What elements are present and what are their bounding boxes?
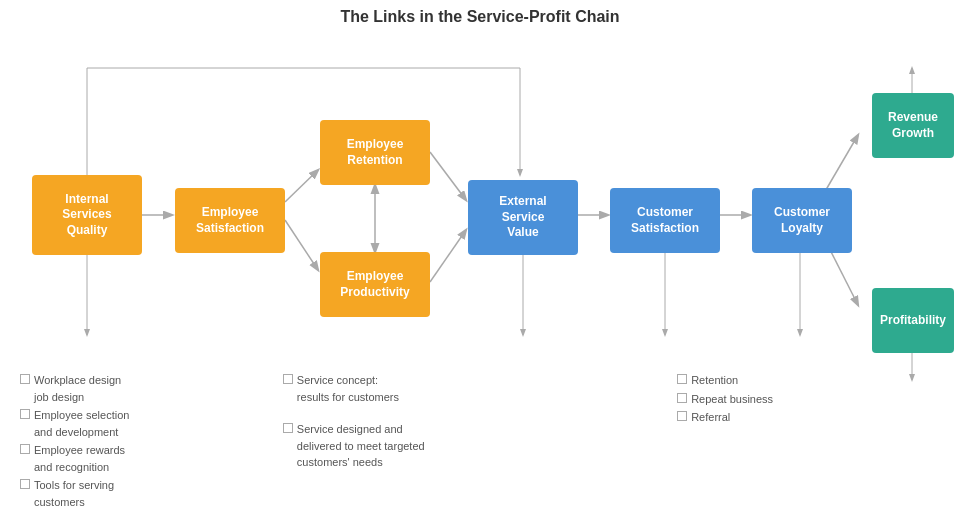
checkbox-6 [283,423,293,433]
svg-line-5 [430,230,466,282]
legend-area: Workplace designjob design Employee sele… [0,364,960,509]
legend-item-6: Service designed anddelivered to meet ta… [283,421,677,471]
box-es: EmployeeSatisfaction [175,188,285,253]
legend-text-9: Referral [691,409,730,426]
box-ep: EmployeeProductivity [320,252,430,317]
legend-col-3: Retention Repeat business Referral [677,372,940,501]
legend-text-3: Employee rewardsand recognition [34,442,125,475]
legend-text-6: Service designed anddelivered to meet ta… [297,421,425,471]
svg-line-4 [430,152,466,200]
legend-item-1: Workplace designjob design [20,372,283,405]
svg-line-1 [285,170,318,202]
box-er: EmployeeRetention [320,120,430,185]
legend-item-3: Employee rewardsand recognition [20,442,283,475]
checkbox-3 [20,444,30,454]
legend-item-9: Referral [677,409,940,426]
checkbox-1 [20,374,30,384]
checkbox-2 [20,409,30,419]
legend-text-4: Tools for servingcustomers [34,477,114,509]
legend-item-2: Employee selectionand development [20,407,283,440]
legend-text-2: Employee selectionand development [34,407,129,440]
legend-text-5: Service concept:results for customers [297,372,399,405]
svg-line-2 [285,220,318,270]
checkbox-5 [283,374,293,384]
legend-text-1: Workplace designjob design [34,372,121,405]
box-esv: ExternalServiceValue [468,180,578,255]
legend-item-4: Tools for servingcustomers [20,477,283,509]
legend-item-8: Repeat business [677,391,940,408]
checkbox-4 [20,479,30,489]
box-cs: CustomerSatisfaction [610,188,720,253]
checkbox-8 [677,393,687,403]
diagram-area: InternalServicesQuality EmployeeSatisfac… [0,30,960,390]
legend-item-7: Retention [677,372,940,389]
box-isq: InternalServicesQuality [32,175,142,255]
legend-text-8: Repeat business [691,391,773,408]
title: The Links in the Service-Profit Chain [0,0,960,26]
box-rg: RevenueGrowth [872,93,954,158]
legend-col-1: Workplace designjob design Employee sele… [20,372,283,501]
legend-item-5: Service concept:results for customers [283,372,677,405]
legend-col-2: Service concept:results for customers Se… [283,372,677,501]
checkbox-7 [677,374,687,384]
box-cl: CustomerLoyalty [752,188,852,253]
box-pr: Profitability [872,288,954,353]
legend-text-7: Retention [691,372,738,389]
checkbox-9 [677,411,687,421]
